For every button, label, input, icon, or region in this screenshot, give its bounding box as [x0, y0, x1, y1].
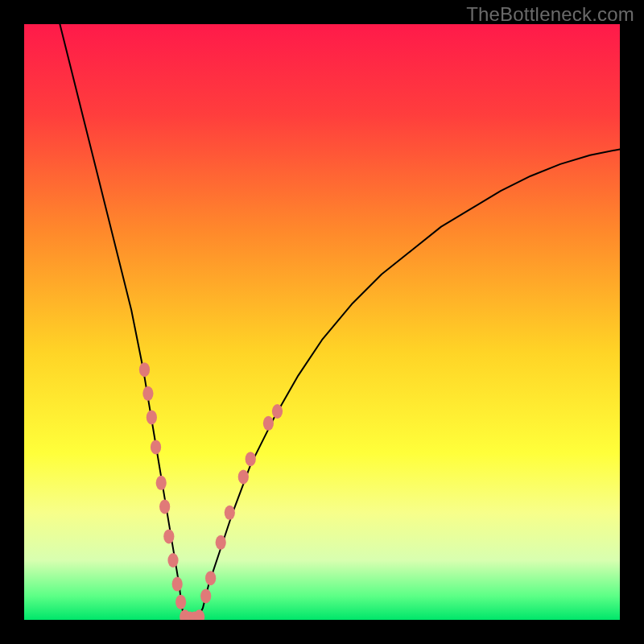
data-marker [272, 404, 283, 419]
data-marker [159, 499, 170, 514]
data-marker [225, 506, 235, 520]
data-marker [216, 535, 226, 550]
data-marker [147, 410, 157, 424]
data-marker [238, 469, 249, 484]
data-marker [139, 362, 150, 377]
data-marker [205, 571, 216, 585]
chart-svg [24, 24, 620, 620]
chart-frame: TheBottleneck.com [0, 0, 644, 644]
data-marker [156, 476, 167, 490]
data-marker [163, 529, 174, 543]
data-marker [175, 595, 186, 609]
data-marker [167, 553, 178, 568]
data-marker [200, 588, 211, 603]
data-marker [151, 440, 161, 454]
data-marker [142, 386, 153, 401]
data-marker [263, 416, 274, 431]
watermark-text: TheBottleneck.com [466, 3, 634, 26]
data-marker [246, 452, 256, 466]
gradient-background [24, 24, 620, 620]
data-marker [172, 577, 183, 592]
